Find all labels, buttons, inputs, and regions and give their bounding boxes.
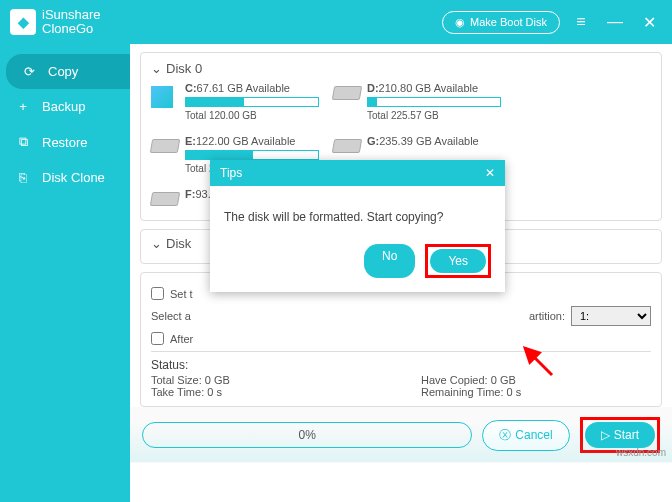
boot-disk-label: Make Boot Disk: [470, 16, 547, 28]
logo-text: iSunshare CloneGo: [42, 8, 101, 36]
sidebar-item-disk-clone[interactable]: ⎘ Disk Clone: [0, 160, 130, 195]
after-checkbox[interactable]: [151, 332, 164, 345]
partition-label: artition:: [529, 310, 565, 322]
disk-icon: [150, 139, 180, 153]
status-take-time: Take Time: 0 s: [151, 386, 331, 398]
dialog-message: The disk will be formatted. Start copyin…: [210, 186, 505, 228]
set-checkbox[interactable]: [151, 287, 164, 300]
dialog-close-button[interactable]: ✕: [485, 166, 495, 180]
confirm-dialog: Tips ✕ The disk will be formatted. Start…: [210, 160, 505, 292]
chevron-down-icon[interactable]: ⌄: [151, 236, 162, 251]
sidebar-item-label: Restore: [42, 135, 88, 150]
options-panel: Set t Select a artition: 1: After Status…: [140, 272, 662, 407]
app-window: ◆ iSunshare CloneGo ◉ Make Boot Disk ≡ —…: [0, 0, 672, 502]
disk0-title: Disk 0: [166, 61, 202, 76]
menu-button[interactable]: ≡: [568, 9, 594, 35]
sidebar-item-restore[interactable]: ⧉ Restore: [0, 124, 130, 160]
dialog-no-button[interactable]: No: [364, 244, 415, 278]
dialog-titlebar: Tips ✕: [210, 160, 505, 186]
drive-c[interactable]: C:67.61 GB Available Total 120.00 GB: [151, 82, 319, 121]
svg-line-0: [525, 348, 552, 375]
sidebar-item-backup[interactable]: + Backup: [0, 89, 130, 124]
highlight-box: Yes: [425, 244, 491, 278]
sidebar-item-label: Copy: [48, 64, 78, 79]
sidebar-item-label: Disk Clone: [42, 170, 105, 185]
arrow-annotation: [517, 340, 557, 380]
windows-icon: [151, 86, 173, 108]
dialog-yes-button[interactable]: Yes: [430, 249, 486, 273]
sidebar-item-copy[interactable]: ⟳ Copy: [6, 54, 130, 89]
status-total-size: Total Size: 0 GB: [151, 374, 331, 386]
status-section: Status: Total Size: 0 GB Take Time: 0 s …: [151, 358, 651, 398]
make-boot-disk-button[interactable]: ◉ Make Boot Disk: [442, 11, 560, 34]
status-have-copied: Have Copied: 0 GB: [421, 374, 601, 386]
after-label: After: [170, 333, 193, 345]
sidebar-item-label: Backup: [42, 99, 85, 114]
titlebar: ◆ iSunshare CloneGo ◉ Make Boot Disk ≡ —…: [0, 0, 672, 44]
disk-icon: [332, 139, 362, 153]
disk-icon: [332, 86, 362, 100]
decoration: [130, 422, 672, 462]
disk-clone-icon: ⎘: [14, 170, 32, 185]
disc-icon: ◉: [455, 16, 465, 29]
sidebar: ⟳ Copy + Backup ⧉ Restore ⎘ Disk Clone: [0, 44, 130, 502]
close-button[interactable]: ✕: [636, 9, 662, 35]
drive-d[interactable]: D:210.80 GB Available Total 225.57 GB: [333, 82, 501, 121]
partition-select[interactable]: 1:: [571, 306, 651, 326]
disk-icon: [150, 192, 180, 206]
minimize-button[interactable]: —: [602, 9, 628, 35]
app-logo: ◆ iSunshare CloneGo: [10, 8, 101, 36]
status-title: Status:: [151, 358, 651, 372]
status-remaining-time: Remaining Time: 0 s: [421, 386, 601, 398]
restore-icon: ⧉: [14, 134, 32, 150]
chevron-down-icon[interactable]: ⌄: [151, 61, 162, 76]
backup-icon: +: [14, 99, 32, 114]
select-label: Select a: [151, 310, 191, 322]
disk-other-title: Disk: [166, 236, 191, 251]
dialog-title: Tips: [220, 166, 242, 180]
copy-icon: ⟳: [20, 64, 38, 79]
set-label: Set t: [170, 288, 193, 300]
watermark: wsxdn.com: [616, 447, 666, 458]
logo-icon: ◆: [10, 9, 36, 35]
